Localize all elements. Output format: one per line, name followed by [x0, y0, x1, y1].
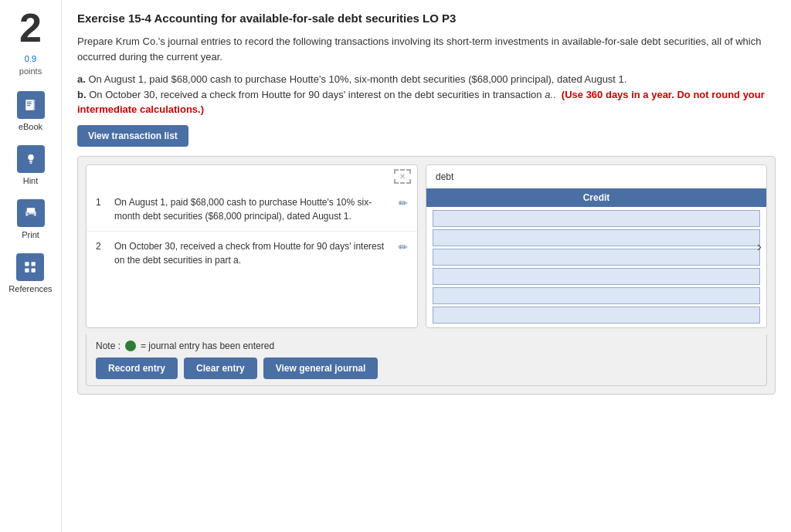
credit-input-row-6: [433, 307, 760, 324]
ebook-label: eBook: [19, 122, 42, 131]
note-suffix: = journal entry has been entered: [141, 341, 274, 351]
svg-rect-3: [26, 105, 30, 106]
view-general-journal-button[interactable]: View general journal: [263, 357, 378, 379]
trans-desc-2: On October 30, received a check from Hou…: [114, 239, 392, 267]
svg-point-5: [28, 154, 34, 161]
note-row: Note : = journal entry has been entered: [96, 341, 757, 351]
debt-label: debt: [426, 165, 766, 188]
panel-header: ✕: [87, 165, 417, 188]
sidebar-item-hint[interactable]: Hint: [17, 145, 45, 185]
bottom-bar: Note : = journal entry has been entered …: [86, 334, 767, 386]
credit-input-4[interactable]: [433, 268, 760, 285]
credit-input-row-1: [433, 210, 760, 227]
trans-b-normal: On October 30, received a check from Hou…: [89, 89, 541, 100]
credit-input-5[interactable]: [433, 287, 760, 304]
book-icon: [24, 98, 38, 112]
record-entry-button[interactable]: Record entry: [96, 357, 178, 379]
print-icon-box: [17, 199, 45, 227]
lightbulb-icon: [24, 152, 38, 166]
trans-desc-1: On August 1, paid $68,000 cash to purcha…: [114, 195, 392, 223]
journal-entry-panel: debt Credit: [426, 164, 767, 328]
transaction-list-panel: ✕ 1 On August 1, paid $68,000 cash to pu…: [86, 164, 418, 328]
credit-input-6[interactable]: [433, 307, 760, 324]
trans-num-1: 1: [96, 195, 108, 208]
svg-rect-7: [29, 163, 32, 164]
green-circle-icon: [125, 341, 136, 351]
sidebar-item-print[interactable]: Print: [17, 199, 45, 239]
grid-icon: [23, 260, 37, 274]
intro-text: Prepare Krum Co.'s journal entries to re…: [77, 34, 776, 64]
exercise-title: Exercise 15-4 Accounting for available-f…: [77, 12, 776, 25]
svg-rect-10: [28, 215, 34, 218]
trans-b-italic: a.: [545, 89, 553, 100]
printer-icon: [24, 206, 38, 220]
print-label: Print: [22, 230, 39, 239]
trans-b-prefix: b.: [77, 89, 87, 100]
credit-input-rows: [426, 208, 766, 327]
nav-chevron-right[interactable]: ›: [757, 238, 762, 254]
svg-rect-1: [26, 102, 31, 103]
svg-rect-4: [33, 100, 35, 110]
svg-rect-6: [29, 161, 32, 162]
references-icon-box: [16, 253, 44, 281]
two-panel: ✕ 1 On August 1, paid $68,000 cash to pu…: [86, 164, 767, 328]
transaction-container: ✕ 1 On August 1, paid $68,000 cash to pu…: [77, 156, 776, 395]
credit-input-3[interactable]: [433, 249, 760, 266]
svg-rect-12: [25, 262, 29, 266]
svg-rect-11: [27, 212, 29, 214]
trans-a-text: On August 1, paid $68,000 cash to purcha…: [88, 73, 626, 85]
edit-icon-2[interactable]: ✏: [399, 241, 408, 253]
credit-input-2[interactable]: [433, 229, 760, 246]
transaction-instructions: a. On August 1, paid $68,000 cash to pur…: [77, 72, 776, 117]
transaction-item-1: 1 On August 1, paid $68,000 cash to purc…: [87, 188, 417, 232]
svg-rect-15: [32, 269, 36, 273]
view-transaction-button[interactable]: View transaction list: [77, 125, 188, 147]
credit-input-row-3: [433, 249, 760, 266]
note-prefix: Note :: [96, 341, 121, 351]
sidebar-item-ebook[interactable]: eBook: [17, 91, 45, 131]
hint-icon-box: [17, 145, 45, 173]
credit-input-row-5: [433, 287, 760, 304]
svg-rect-2: [26, 103, 31, 104]
references-label: References: [8, 284, 52, 293]
credit-header: Credit: [426, 188, 766, 207]
svg-rect-13: [32, 262, 36, 266]
clear-entry-button[interactable]: Clear entry: [184, 357, 257, 379]
hint-label: Hint: [23, 176, 39, 185]
points-label: points: [19, 66, 42, 76]
trans-a-prefix: a.: [77, 73, 86, 85]
sidebar: 2 0.9 points eBook Hint: [0, 0, 62, 532]
credit-input-row-2: [433, 229, 760, 246]
action-buttons: Record entry Clear entry View general jo…: [96, 357, 757, 379]
transaction-item-2: 2 On October 30, received a check from H…: [87, 232, 417, 275]
points-value: 0.9: [25, 54, 36, 63]
ebook-icon-box: [17, 91, 45, 119]
svg-rect-14: [25, 269, 29, 273]
question-number: 2: [19, 8, 42, 48]
credit-input-row-4: [433, 268, 760, 285]
expand-icon[interactable]: ✕: [394, 169, 411, 184]
credit-input-1[interactable]: [433, 210, 760, 227]
sidebar-item-references[interactable]: References: [8, 253, 52, 293]
main-content: Exercise 15-4 Accounting for available-f…: [62, 0, 791, 532]
trans-num-2: 2: [96, 239, 108, 252]
edit-icon-1[interactable]: ✏: [399, 197, 408, 209]
